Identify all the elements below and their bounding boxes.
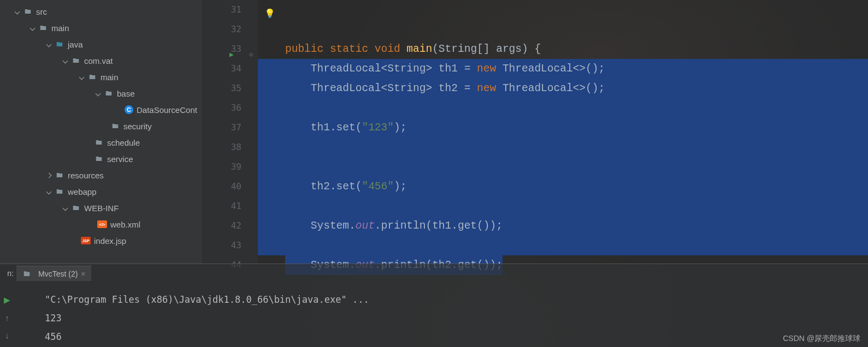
code-line[interactable]	[258, 157, 868, 177]
token-plain: (String[] args) {	[432, 43, 541, 55]
tree-item[interactable]: security	[0, 118, 202, 134]
folder-icon	[94, 139, 104, 146]
intention-bulb-icon[interactable]: 💡	[264, 4, 275, 24]
token-plain: th2.set(	[285, 181, 362, 193]
tree-label: base	[117, 89, 135, 98]
tree-label: src	[36, 7, 47, 16]
code-line[interactable]: public static void main(String[] args) {	[258, 39, 868, 59]
rerun-button[interactable]: ▶	[2, 295, 13, 306]
xml-file-icon: </>	[97, 220, 107, 228]
code-line[interactable]	[258, 98, 868, 118]
tree-label: resources	[68, 171, 104, 180]
code-area[interactable]: public static void main(String[] args) {…	[258, 0, 868, 264]
run-panel: n: MvcTest (2) × "C:\Program Files (x86)…	[0, 264, 868, 347]
gutter-line[interactable]: 35	[202, 79, 241, 98]
tab-icon	[22, 270, 32, 278]
chevron-right-icon[interactable]	[43, 174, 55, 177]
folder-icon	[55, 40, 64, 48]
gutter-line[interactable]: 41	[202, 196, 241, 216]
watermark: CSDN @尿壳郎推球球	[783, 334, 860, 344]
gutter-line[interactable]: 39	[202, 157, 241, 177]
close-icon[interactable]: ×	[81, 270, 85, 278]
run-toolbar: ▶ ↑ ↓	[0, 283, 14, 340]
token-plain: System.	[285, 220, 356, 232]
code-line[interactable]: System.out.println(th1.get());	[258, 216, 868, 236]
run-tab[interactable]: MvcTest (2) ×	[16, 266, 91, 281]
token-plain: th1.set(	[285, 122, 362, 134]
gutter-line[interactable]: 38	[202, 137, 241, 157]
gutter-line[interactable]: 34	[202, 59, 241, 79]
tree-label: java	[68, 40, 83, 49]
tree-item[interactable]: main	[0, 20, 202, 36]
tree-label: webapp	[68, 187, 97, 196]
gutter-line[interactable]: 33▶⊖	[202, 39, 241, 59]
tree-item[interactable]: CDataSourceCont	[0, 101, 202, 118]
chevron-down-icon[interactable]	[75, 75, 87, 79]
token-fn: main	[406, 43, 432, 55]
console-line[interactable]: 123	[45, 309, 868, 327]
tree-item[interactable]: src	[0, 3, 202, 20]
down-arrow-icon[interactable]: ↓	[2, 330, 13, 340]
tree-item[interactable]: schedule	[0, 134, 202, 151]
chevron-down-icon[interactable]	[43, 43, 55, 46]
token-plain: );	[394, 181, 406, 193]
chevron-down-icon[interactable]	[92, 92, 104, 95]
gutter-line[interactable]: 40	[202, 177, 241, 196]
tree-item[interactable]: service	[0, 151, 202, 167]
code-line[interactable]: th1.set("123");	[258, 118, 868, 137]
chevron-down-icon[interactable]	[59, 206, 71, 210]
gutter-line[interactable]: 36	[202, 98, 241, 118]
code-line[interactable]: th2.set("456");	[258, 177, 868, 196]
token-kw: static	[330, 43, 375, 55]
console-output[interactable]: "C:\Program Files (x86)\Java\jdk1.8.0_66…	[0, 283, 868, 346]
chevron-down-icon[interactable]	[26, 26, 38, 30]
folder-icon	[110, 122, 120, 130]
tree-label: DataSourceCont	[137, 105, 197, 115]
token-plain: ThreadLocal<String> th2 =	[285, 82, 477, 94]
code-line[interactable]: ThreadLocal<String> th1 = new ThreadLoca…	[258, 59, 868, 79]
tree-item[interactable]: </>web.xml	[0, 216, 202, 232]
console-line[interactable]: 456	[45, 327, 868, 346]
up-arrow-icon[interactable]: ↑	[2, 312, 13, 323]
tree-item[interactable]: base	[0, 85, 202, 101]
editor-pane: 313233▶⊖3435363738394041424344 public st…	[202, 0, 868, 264]
token-kw: new	[477, 63, 503, 75]
code-line[interactable]	[258, 20, 868, 39]
folder-icon	[71, 204, 81, 212]
code-line[interactable]	[258, 137, 868, 157]
class-icon: C	[125, 105, 133, 114]
tree-item[interactable]: java	[0, 36, 202, 52]
tree-item[interactable]: resources	[0, 167, 202, 183]
token-field: out	[356, 220, 375, 232]
tree-item[interactable]: JSPindex.jsp	[0, 232, 202, 249]
gutter-line[interactable]: 37	[202, 118, 241, 137]
tree-item[interactable]: webapp	[0, 183, 202, 200]
panel-prefix: n:	[0, 269, 16, 278]
code-line[interactable]	[258, 236, 868, 255]
tree-item[interactable]: com.vat	[0, 52, 202, 69]
code-line[interactable]: ThreadLocal<String> th2 = new ThreadLoca…	[258, 79, 868, 98]
gutter[interactable]: 313233▶⊖3435363738394041424344	[202, 0, 258, 264]
chevron-down-icon[interactable]	[59, 59, 71, 63]
tree-label: WEB-INF	[84, 204, 119, 213]
project-tree[interactable]: srcmainjavacom.vatmainbaseCDataSourceCon…	[0, 0, 202, 264]
gutter-line[interactable]: 31	[202, 0, 241, 20]
token-plain: ThreadLocal<String> th1 =	[285, 63, 477, 75]
chevron-down-icon[interactable]	[11, 10, 23, 14]
jsp-file-icon: JSP	[81, 237, 91, 244]
code-line[interactable]	[258, 196, 868, 216]
console-line[interactable]: "C:\Program Files (x86)\Java\jdk1.8.0_66…	[45, 290, 868, 309]
chevron-down-icon[interactable]	[43, 190, 55, 194]
code-line[interactable]	[258, 0, 868, 20]
folder-icon	[87, 73, 97, 81]
folder-icon	[55, 188, 64, 195]
svg-rect-1	[24, 271, 27, 272]
tree-label: main	[51, 23, 69, 33]
tree-item[interactable]: main	[0, 69, 202, 85]
token-kw: public	[285, 43, 330, 55]
tree-item[interactable]: WEB-INF	[0, 200, 202, 216]
gutter-line[interactable]: 43	[202, 236, 241, 255]
gutter-line[interactable]: 32	[202, 20, 241, 39]
fold-icon[interactable]: ⊖	[249, 45, 253, 64]
gutter-line[interactable]: 42	[202, 216, 241, 236]
